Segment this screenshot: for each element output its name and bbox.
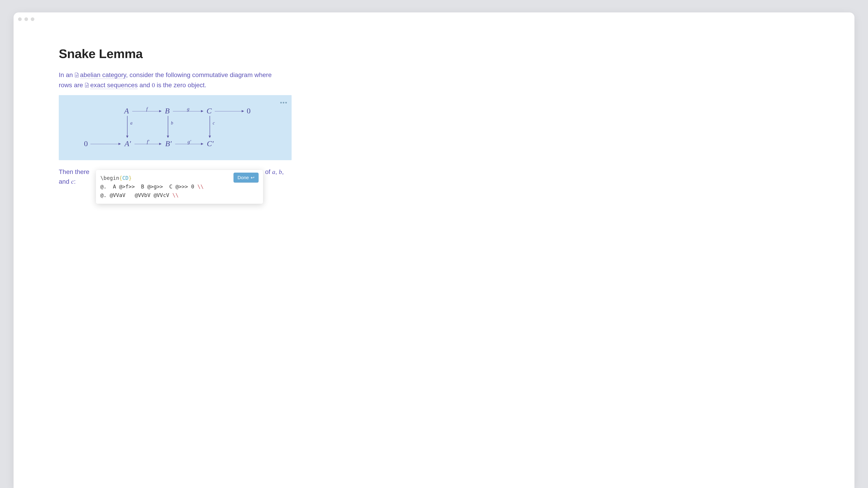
label-gprime: g′ — [188, 139, 191, 144]
code-line-2-body: @. A @>f>> B @>g>> C @>>> 0 — [100, 184, 197, 190]
para2-sep1: , — [275, 168, 279, 175]
node-A: A — [124, 107, 129, 115]
intro-text-mid2: and — [138, 82, 152, 89]
window-zoom-dot[interactable] — [31, 18, 34, 21]
para2-c: c — [71, 178, 74, 185]
app-window: Snake Lemma In an abelian category, cons… — [13, 12, 855, 488]
node-Cprime: C′ — [207, 139, 214, 148]
page-icon — [85, 80, 89, 90]
node-B: B — [165, 107, 170, 115]
arrow-c-down: c — [210, 116, 210, 138]
intro-text-suffix: is the zero object. — [155, 82, 206, 89]
window-controls — [18, 18, 34, 21]
arrow-a-down: a — [127, 116, 127, 138]
arrow-0-to-Aprime — [90, 144, 121, 144]
label-b: b — [171, 121, 173, 126]
window-minimize-dot[interactable] — [24, 18, 28, 21]
arrow-Bprime-to-Cprime: g′ — [175, 144, 204, 144]
node-Bprime: B′ — [165, 139, 172, 148]
label-f: f — [146, 106, 148, 112]
node-zero-top: 0 — [247, 107, 251, 115]
code-line-3-body: @. @VVaV @VVbV @VVcV — [100, 192, 173, 198]
arrow-b-down: b — [168, 116, 168, 138]
link-abelian-category[interactable]: abelian category — [80, 71, 126, 79]
latex-editor-popup[interactable]: Done ↩ \begin{CD} @. A @>f>> B @>g>> C @… — [96, 170, 263, 204]
commutative-diagram: A B C 0 0 A′ B′ C′ f g — [84, 102, 269, 154]
para2-colon: : — [74, 178, 76, 185]
done-button-label: Done — [238, 175, 249, 180]
intro-zero: 0 — [152, 82, 155, 89]
page-content: Snake Lemma In an abelian category, cons… — [13, 12, 855, 187]
window-close-dot[interactable] — [18, 18, 22, 21]
page-icon — [74, 70, 79, 80]
para2-a: a — [272, 168, 275, 175]
label-c: c — [213, 121, 215, 126]
block-menu-icon[interactable]: ••• — [280, 99, 287, 106]
page-title: Snake Lemma — [59, 46, 809, 61]
equation-block[interactable]: ••• A B C 0 0 A′ B′ C′ f g — [59, 95, 291, 160]
label-a: a — [130, 121, 132, 126]
tok-env: CD — [122, 175, 129, 181]
node-zero-bottom: 0 — [84, 139, 88, 148]
label-g: g — [187, 106, 189, 112]
arrow-C-to-0 — [215, 111, 244, 111]
node-C: C — [207, 107, 212, 115]
done-button[interactable]: Done ↩ — [234, 173, 258, 183]
intro-text-prefix: In an — [59, 71, 74, 78]
label-fprime: f′ — [147, 139, 149, 144]
para2-b: b — [279, 168, 282, 175]
tok-lb: { — [119, 175, 122, 181]
tok-rb: } — [129, 175, 132, 181]
arrow-B-to-C: g — [173, 111, 204, 111]
code-line-2-esc: \\ — [197, 184, 204, 190]
code-line-3-esc: \\ — [173, 192, 179, 198]
link-exact-sequences[interactable]: exact sequences — [90, 82, 138, 89]
tok-begin: \begin — [100, 175, 119, 181]
arrow-A-to-B: f — [132, 111, 162, 111]
para2-prefix: Then there — [59, 168, 89, 175]
intro-paragraph: In an abelian category, consider the fol… — [59, 70, 285, 91]
return-icon: ↩ — [251, 175, 254, 180]
arrow-Aprime-to-Bprime: f′ — [134, 144, 162, 144]
node-Aprime: A′ — [125, 139, 131, 148]
